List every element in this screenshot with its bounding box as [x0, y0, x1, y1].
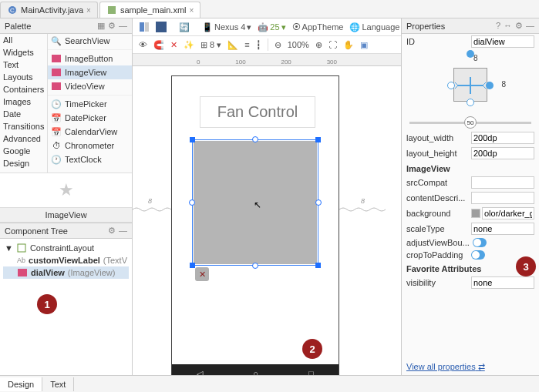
prop-section: ImageView [402, 161, 539, 175]
palette-cat[interactable]: Images [0, 95, 47, 108]
tab-design[interactable]: Design [0, 377, 42, 391]
layout-width-input[interactable] [471, 132, 534, 144]
view-all-properties-link[interactable]: View all properties ⇄ [402, 359, 539, 375]
pan-icon[interactable]: ✋ [342, 39, 355, 51]
align-icon[interactable]: ≡ [243, 39, 251, 50]
visibility-select[interactable] [471, 276, 534, 289]
zoom-out-icon[interactable]: ⊖ [273, 39, 283, 51]
close-icon[interactable]: × [86, 6, 91, 15]
pack-icon[interactable]: 📐 [226, 39, 240, 51]
collapse-icon[interactable]: — [119, 21, 127, 31]
tab-text[interactable]: Text [42, 377, 74, 391]
view-mode-icon[interactable] [137, 21, 151, 33]
palette-cat[interactable]: Advanced [0, 132, 47, 145]
palette-item[interactable]: 🕐TextClock [48, 152, 132, 166]
tree-root[interactable]: ▼ ConstraintLayout [3, 242, 129, 254]
resize-handle[interactable] [190, 137, 195, 142]
language-select[interactable]: 🌐Language▾ [348, 22, 401, 33]
help-icon[interactable]: ? [496, 21, 500, 31]
palette-cat[interactable]: Containers [0, 83, 47, 95]
constraint-anchor[interactable] [252, 263, 258, 269]
croptopadding-toggle[interactable] [471, 250, 485, 260]
api-select[interactable]: 🤖25▾ [256, 22, 287, 33]
constraint-right: 8 [501, 80, 506, 89]
id-input[interactable] [471, 35, 534, 48]
srccompat-input[interactable] [471, 176, 534, 189]
constraint-anchor[interactable] [252, 136, 258, 142]
palette-item[interactable]: 📅CalendarView [48, 125, 132, 139]
palette-header: Palette ▦ ⚙ — [0, 18, 132, 34]
color-swatch[interactable] [471, 209, 480, 218]
resize-handle[interactable] [315, 137, 321, 142]
palette-widgets: 🔍SearchView ImageButton ImageView VideoV… [48, 34, 132, 173]
tab-sample-main[interactable]: sample_main.xml × [99, 2, 200, 18]
gear-icon[interactable]: ⚙ [515, 21, 523, 31]
palette-item[interactable]: 📅DatePicker [48, 111, 132, 125]
orientation-icon[interactable]: 🔄 [177, 22, 191, 33]
design-canvas[interactable]: 0100200300 8 8 Fan Control [133, 54, 401, 375]
datepicker-icon: 📅 [51, 112, 62, 123]
android-navbar: ◁ ○ □ [172, 364, 339, 375]
palette-item[interactable]: VideoView [48, 79, 132, 93]
palette-cat[interactable]: Google [0, 145, 47, 157]
palette-item[interactable]: ⏱Chronometer [48, 139, 132, 152]
gear-icon[interactable]: ⚙ [108, 226, 116, 236]
background-input[interactable] [482, 207, 534, 219]
delete-constraint-button[interactable]: ✕ [195, 267, 209, 281]
palette-item-selected[interactable]: ImageView [48, 65, 132, 79]
grid-icon[interactable]: ▦ [97, 21, 105, 31]
palette-cat[interactable]: Design [0, 157, 47, 169]
bias-slider[interactable]: 50 [402, 120, 539, 126]
textclock-icon: 🕐 [51, 154, 62, 165]
expand-icon[interactable]: ▼ [5, 243, 13, 253]
tab-main-activity[interactable]: C MainActivity.java × [0, 2, 98, 18]
settings-icon[interactable]: ▣ [359, 39, 369, 51]
tree-item[interactable]: Ab customViewLabel customViewLabel (Text… [3, 254, 129, 266]
contentdesc-input[interactable] [471, 192, 534, 204]
constraint-anchor[interactable] [189, 199, 195, 206]
palette-item[interactable]: 🕒TimePicker [48, 97, 132, 111]
custom-view-label[interactable]: Fan Control [200, 96, 315, 128]
zoom-value[interactable]: 100% [286, 39, 311, 50]
imageview-icon [51, 67, 62, 78]
palette-cat[interactable]: Transitions [0, 120, 47, 132]
close-icon[interactable]: × [190, 6, 194, 15]
palette-item[interactable]: ImageButton [48, 52, 132, 65]
zoom-in-icon[interactable]: ⊕ [314, 39, 324, 51]
guideline-icon[interactable]: ┇ [254, 39, 263, 51]
palette-cat[interactable]: Date [0, 108, 47, 120]
prop-label: scaleType [406, 224, 468, 233]
tab-label: MainActivity.java [21, 5, 83, 15]
recent-icon: □ [308, 369, 314, 375]
fit-icon[interactable]: ⛶ [327, 39, 339, 50]
svg-rect-6 [18, 244, 25, 252]
palette-cat[interactable]: Layouts [0, 71, 47, 83]
margin-label: 8 [148, 197, 152, 205]
clear-icon[interactable]: ✕ [169, 39, 179, 51]
device-select[interactable]: 📱Nexus 4▾ [200, 22, 253, 33]
layout-height-input[interactable] [471, 147, 534, 159]
margin-select[interactable]: ⊞ 8 ▾ [199, 39, 223, 51]
expand-icon[interactable]: ↔ [504, 21, 512, 31]
palette-cat[interactable]: All [0, 34, 47, 46]
palette-preview-label: ImageView [0, 208, 132, 223]
palette-cat[interactable]: Text [0, 59, 47, 71]
blueprint-icon[interactable] [154, 21, 168, 33]
wand-icon[interactable]: ✨ [182, 39, 196, 51]
collapse-icon[interactable]: — [119, 226, 127, 236]
eye-icon[interactable]: 👁 [137, 39, 149, 50]
tree-item-selected[interactable]: dialView (ImageView) [3, 266, 129, 279]
resize-handle[interactable] [315, 263, 321, 268]
collapse-icon[interactable]: — [526, 21, 534, 31]
palette-item[interactable]: 🔍SearchView [48, 34, 132, 48]
magnet-icon[interactable]: 🧲 [152, 39, 166, 51]
palette-cat[interactable]: Widgets [0, 46, 47, 59]
gear-icon[interactable]: ⚙ [108, 21, 116, 31]
constraint-anchor[interactable] [315, 199, 322, 206]
resize-handle[interactable] [190, 263, 195, 268]
adjustviewbounds-toggle[interactable] [473, 238, 487, 247]
star-icon: ★ [59, 180, 74, 200]
theme-select[interactable]: ⦿AppTheme [291, 22, 345, 32]
scaletype-select[interactable] [471, 223, 534, 235]
constraint-widget[interactable]: 8 8 [432, 54, 509, 116]
